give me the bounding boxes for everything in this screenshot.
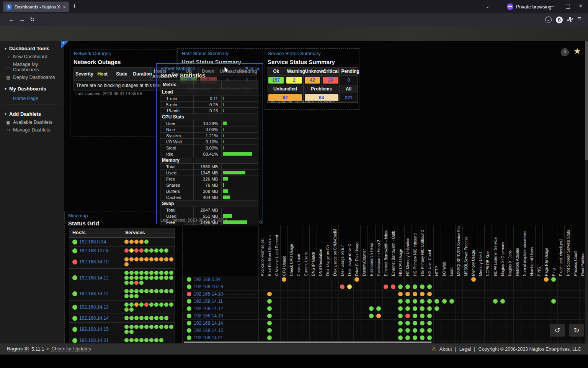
service-status-dot[interactable] — [124, 338, 129, 342]
service-status-dot[interactable] — [129, 257, 134, 261]
service-status-dot[interactable] — [398, 292, 403, 296]
extension-b-icon[interactable]: B — [556, 16, 563, 23]
service-status-dot[interactable] — [124, 316, 129, 320]
service-status-dot[interactable] — [420, 284, 425, 289]
service-status-dot[interactable] — [139, 302, 144, 307]
service-status-dot[interactable] — [144, 338, 149, 342]
service-status-dot[interactable] — [124, 276, 129, 280]
service-status-dot[interactable] — [149, 271, 154, 275]
minemap-link[interactable]: Minemap — [68, 213, 88, 219]
host-link[interactable]: 192.168.14.15 — [194, 328, 223, 333]
service-status-dot[interactable] — [398, 306, 403, 311]
service-status-dot[interactable] — [398, 321, 403, 325]
service-status-dot[interactable] — [139, 248, 144, 253]
service-status-dot[interactable] — [134, 276, 139, 280]
favorite-star-icon[interactable]: ★ — [573, 46, 581, 56]
window-close-button[interactable]: × — [579, 3, 582, 10]
service-status-dot[interactable] — [282, 277, 286, 282]
forward-button[interactable]: → — [19, 16, 25, 23]
host-link[interactable]: 192.168.14.15 — [79, 327, 109, 332]
service-status-dot[interactable] — [134, 338, 139, 342]
service-status-dot[interactable] — [159, 248, 163, 253]
host-link[interactable]: 192.168.14.14 — [79, 315, 109, 321]
service-status-dot[interactable] — [159, 316, 163, 320]
service-status-dot[interactable] — [434, 306, 439, 311]
service-status-dot[interactable] — [267, 299, 272, 304]
service-status-dot[interactable] — [427, 328, 432, 333]
service-status-dot[interactable] — [144, 302, 149, 307]
new-tab-button[interactable]: + — [72, 2, 77, 10]
service-status-dot[interactable] — [427, 321, 432, 325]
service-status-dot[interactable] — [493, 299, 498, 304]
service-status-dot[interactable] — [124, 281, 129, 285]
service-status-dot[interactable] — [267, 314, 272, 318]
service-status-dot[interactable] — [169, 325, 173, 329]
host-link[interactable]: 192.168.14.12 — [79, 291, 109, 296]
about-link[interactable]: About — [439, 347, 452, 352]
vertical-scrollbar[interactable] — [585, 41, 588, 343]
check-for-updates-link[interactable]: Check for Updates — [51, 346, 91, 352]
service-status-dot[interactable] — [413, 299, 417, 304]
service-status-dot[interactable] — [384, 284, 388, 289]
back-button[interactable]: ← — [8, 16, 14, 23]
service-status-dot[interactable] — [434, 299, 439, 304]
service-status-dot[interactable] — [427, 299, 432, 304]
service-status-dot[interactable] — [129, 240, 134, 244]
service-status-dot[interactable] — [391, 284, 395, 289]
service-status-dot[interactable] — [124, 330, 129, 334]
service-status-dot[interactable] — [149, 316, 154, 320]
tab-close-icon[interactable]: × — [63, 4, 66, 10]
service-status-dot[interactable] — [144, 289, 149, 293]
service-status-dot[interactable] — [149, 248, 154, 253]
redo-button[interactable]: ↻ — [569, 324, 584, 337]
service-status-dot[interactable] — [134, 257, 139, 261]
service-status-dot[interactable] — [449, 299, 454, 304]
service-status-dot[interactable] — [500, 299, 505, 304]
service-status-dot[interactable] — [551, 277, 556, 282]
service-status-dot[interactable] — [149, 325, 154, 329]
service-status-dot[interactable] — [129, 271, 134, 275]
service-status-dot[interactable] — [376, 306, 381, 311]
service-status-dot[interactable] — [134, 271, 139, 275]
service-status-dot[interactable] — [398, 314, 403, 318]
service-status-dot[interactable] — [369, 314, 374, 318]
service-status-dot[interactable] — [427, 284, 432, 289]
sidebar-item-home-page[interactable]: Home Page — [0, 93, 64, 105]
service-status-dot[interactable] — [347, 284, 352, 289]
host-link[interactable]: 192.168.14.13 — [194, 313, 223, 319]
service-status-dot[interactable] — [267, 292, 272, 296]
service-status-dot[interactable] — [164, 276, 168, 280]
service-status-dot[interactable] — [420, 292, 425, 296]
service-status-dot[interactable] — [471, 277, 476, 282]
service-status-dot[interactable] — [164, 302, 168, 307]
service-status-dot[interactable] — [159, 276, 163, 280]
service-status-dot[interactable] — [413, 306, 417, 311]
service-status-dot[interactable] — [139, 316, 144, 320]
service-status-dot[interactable] — [134, 289, 139, 293]
service-status-dot[interactable] — [139, 338, 144, 342]
service-status-dot[interactable] — [267, 321, 272, 325]
host-link[interactable]: 192.168.14.14 — [194, 320, 223, 326]
service-status-dot[interactable] — [139, 257, 144, 261]
service-status-dot[interactable] — [413, 314, 417, 318]
service-status-dot[interactable] — [134, 281, 139, 285]
service-status-dot[interactable] — [134, 240, 139, 244]
service-status-dot[interactable] — [124, 307, 129, 312]
service-status-dot[interactable] — [267, 328, 272, 333]
service-status-dot[interactable] — [149, 302, 154, 307]
tab-list-chevron-icon[interactable]: ⌄ — [485, 3, 490, 9]
service-status-dot[interactable] — [134, 325, 139, 329]
service-status-dot[interactable] — [129, 248, 134, 253]
service-status-dot[interactable] — [413, 321, 417, 325]
service-status-dot[interactable] — [144, 276, 149, 280]
service-status-dot[interactable] — [413, 284, 417, 289]
service-status-dot[interactable] — [134, 248, 139, 253]
service-status-dot[interactable] — [413, 292, 417, 296]
service-status-dot[interactable] — [134, 294, 139, 298]
service-status-dot[interactable] — [154, 257, 158, 261]
service-status-dot[interactable] — [405, 321, 410, 325]
service-status-dot[interactable] — [169, 302, 173, 307]
network-outages-link[interactable]: Network Outages — [74, 51, 111, 56]
service-status-dot[interactable] — [124, 271, 129, 275]
sidebar-item-deploy-dashboards[interactable]: ▤Deploy Dashboards — [0, 74, 64, 81]
